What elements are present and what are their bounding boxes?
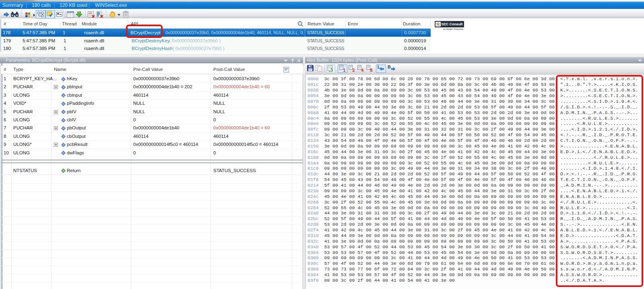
svg-text:1: 1 [343,68,346,73]
svg-text:8: 8 [370,68,373,73]
svg-text:API: API [89,12,93,15]
svg-text:L: L [378,64,380,69]
svg-text:B: B [388,64,391,69]
svg-text:4: 4 [361,68,364,73]
svg-text:2: 2 [353,68,355,73]
